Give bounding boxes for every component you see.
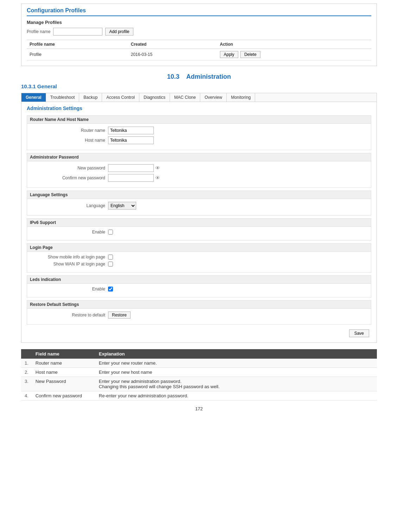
row-num: 1. [21, 359, 32, 368]
tab-monitoring[interactable]: Monitoring [227, 93, 255, 102]
profile-name-label: Profile name [27, 29, 50, 34]
section-title: Administration [186, 73, 231, 80]
profile-name-input[interactable] [53, 28, 102, 36]
login-page-body: Show mobile info at login page Show WAN … [27, 252, 371, 273]
page-number: 172 [21, 406, 377, 411]
cell-profile-name: Profile [27, 49, 128, 60]
tab-access-control[interactable]: Access Control [102, 93, 139, 102]
row-num: 3. [21, 377, 32, 391]
router-name-input[interactable] [108, 127, 154, 134]
col-num-header [21, 349, 32, 359]
explanation: Re-enter your new administration passwor… [95, 391, 377, 400]
restore-button[interactable]: Restore [108, 312, 131, 319]
explanation: Enter your new administration password.C… [95, 377, 377, 391]
language-row: Language English [31, 202, 367, 210]
admin-password-section: Administrator Password New password 👁 Co… [27, 153, 371, 188]
delete-button[interactable]: Delete [240, 51, 260, 58]
add-profile-button[interactable]: Add profile [105, 28, 133, 36]
table-row: 4. Confirm new password Re-enter your ne… [21, 391, 377, 400]
leds-enable-checkbox[interactable] [108, 287, 113, 291]
table-row: 1. Router name Enter your new router nam… [21, 359, 377, 368]
show-wan-row: Show WAN IP at login page [31, 262, 367, 267]
cell-created: 2016-03-15 [128, 49, 217, 60]
show-wan-label: Show WAN IP at login page [31, 262, 108, 267]
tab-general[interactable]: General [21, 93, 46, 102]
login-page-section: Login Page Show mobile info at login pag… [27, 243, 371, 273]
cell-action: Apply Delete [217, 49, 371, 60]
table-row: Profile 2016-03-15 Apply Delete [27, 49, 371, 60]
leds-header: Leds indication [27, 275, 371, 284]
language-settings-section: Language Settings Language English [27, 191, 371, 216]
router-name-header: Router Name And Host Name [27, 115, 371, 124]
eye-icon-confirm[interactable]: 👁 [155, 175, 160, 181]
tab-overview[interactable]: Overview [200, 93, 227, 102]
router-name-label: Router name [31, 128, 108, 133]
tab-diagnostics[interactable]: Diagnostics [139, 93, 170, 102]
show-mobile-row: Show mobile info at login page [31, 255, 367, 259]
table-row: 2. Host name Enter your new host name [21, 368, 377, 377]
leds-body: Enable [27, 284, 371, 297]
show-wan-checkbox[interactable] [108, 262, 113, 267]
tab-backup[interactable]: Backup [79, 93, 102, 102]
eye-icon-new[interactable]: 👁 [155, 165, 160, 171]
save-button[interactable]: Save [349, 329, 369, 337]
new-password-label: New password [31, 166, 108, 171]
ipv6-enable-row: Enable [31, 230, 367, 235]
language-label: Language [31, 203, 108, 208]
tab-troubleshoot[interactable]: Troubleshoot [46, 93, 80, 102]
confirm-password-label: Confirm new password [31, 175, 108, 180]
ipv6-enable-checkbox[interactable] [108, 230, 113, 235]
explanation: Enter your new host name [95, 368, 377, 377]
apply-button[interactable]: Apply [220, 51, 238, 58]
col-profile-name: Profile name [27, 40, 128, 49]
profile-name-row: Profile name Add profile [27, 28, 371, 36]
leds-section: Leds indication Enable [27, 275, 371, 297]
new-password-input[interactable] [108, 164, 154, 172]
admin-password-header: Administrator Password [27, 153, 371, 161]
host-name-row: Host name [31, 136, 367, 144]
confirm-password-wrapper: 👁 [108, 174, 160, 182]
field-name: Confirm new password [32, 391, 95, 400]
language-settings-header: Language Settings [27, 191, 371, 199]
host-name-input[interactable] [108, 136, 154, 144]
table-row: 3. New Password Enter your new administr… [21, 377, 377, 391]
confirm-password-input[interactable] [108, 174, 154, 182]
show-mobile-checkbox[interactable] [108, 255, 113, 259]
leds-enable-label: Enable [31, 287, 108, 291]
profiles-table: Profile name Created Action Profile 2016… [27, 40, 371, 60]
restore-label: Restore to default [31, 313, 108, 318]
explanation-table: Field name Explanation 1. Router name En… [21, 349, 377, 400]
restore-body: Restore to default Restore [27, 309, 371, 325]
language-settings-body: Language English [27, 199, 371, 216]
admin-password-body: New password 👁 Confirm new password 👁 [27, 161, 371, 188]
field-name: Host name [32, 368, 95, 377]
tab-mac-clone[interactable]: MAC Clone [170, 93, 200, 102]
ipv6-enable-label: Enable [31, 230, 108, 235]
host-name-label: Host name [31, 138, 108, 143]
show-mobile-label: Show mobile info at login page [31, 255, 108, 259]
manage-profiles-label: Manage Profiles [27, 20, 371, 25]
admin-content: Administration Settings Router Name And … [21, 102, 377, 342]
login-page-header: Login Page [27, 243, 371, 252]
field-name: New Password [32, 377, 95, 391]
admin-settings-title: Administration Settings [27, 105, 371, 111]
section-103-heading: 10.3 Administration [21, 73, 377, 81]
field-name: Router name [32, 359, 95, 368]
router-name-row: Router name [31, 127, 367, 134]
ipv6-body: Enable [27, 227, 371, 241]
col-action: Action [217, 40, 371, 49]
row-num: 2. [21, 368, 32, 377]
restore-header: Restore Default Settings [27, 300, 371, 309]
restore-row: Restore to default Restore [31, 312, 367, 319]
config-profiles-title: Configuration Profiles [27, 7, 371, 16]
ipv6-section: IPv6 Support Enable [27, 218, 371, 241]
router-name-section: Router Name And Host Name Router name Ho… [27, 115, 371, 150]
subsection-1031-heading: 10.3.1 General [21, 83, 377, 89]
section-number: 10.3 [167, 73, 186, 80]
router-name-body: Router name Host name [27, 124, 371, 150]
admin-panel: General Troubleshoot Backup Access Contr… [21, 93, 377, 343]
leds-enable-row: Enable [31, 287, 367, 291]
row-num: 4. [21, 391, 32, 400]
language-select[interactable]: English [108, 202, 136, 210]
restore-section: Restore Default Settings Restore to defa… [27, 300, 371, 325]
